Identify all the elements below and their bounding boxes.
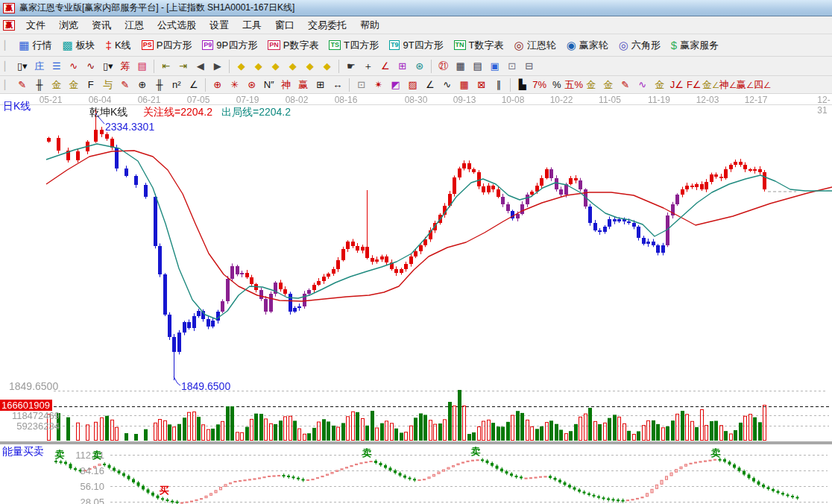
si-angle-icon[interactable]: 四∠: [754, 78, 771, 92]
toolbar-button-winner-wheel[interactable]: ◉赢家轮: [561, 37, 614, 54]
hand-tool-icon[interactable]: ☛: [342, 59, 359, 74]
zoom-out-icon[interactable]: ◆: [284, 59, 301, 74]
percent-five-icon[interactable]: 五%: [565, 78, 582, 92]
gann-web-icon[interactable]: ✳: [226, 78, 243, 92]
parallel-lines-icon[interactable]: ∥: [490, 78, 507, 92]
toolbar-button-winner-service[interactable]: $赢家服务: [666, 37, 724, 54]
toolbar-button-t-square[interactable]: TST四方形: [324, 37, 383, 54]
calendar-icon[interactable]: ㉑: [435, 59, 452, 74]
page-prev-icon[interactable]: ◀: [192, 59, 209, 74]
circle-ruler-icon[interactable]: ⊕: [133, 78, 151, 92]
angle-ruler-icon[interactable]: ∠: [185, 78, 202, 92]
zoom-width-icon[interactable]: ◆: [267, 59, 284, 74]
calculator-icon[interactable]: ▦: [452, 59, 469, 74]
flag-pen-icon[interactable]: ✎: [617, 78, 634, 92]
candle-picker-icon[interactable]: ▯▾: [99, 59, 116, 74]
menu-item-交易委托[interactable]: 交易委托: [301, 17, 353, 33]
toolbar-button-quotes[interactable]: ▦行情: [13, 37, 57, 54]
trend-angle-icon[interactable]: ∠: [421, 78, 438, 92]
gold-circle-icon[interactable]: 金: [582, 78, 599, 92]
f-angle-icon[interactable]: F∠: [685, 78, 702, 92]
menu-item-帮助[interactable]: 帮助: [353, 17, 386, 33]
toolbar-button-9t-square[interactable]: T99T四方形: [384, 37, 449, 54]
skip-first-icon[interactable]: ⇤: [157, 59, 174, 74]
toolbar-grip[interactable]: ▏: [4, 61, 11, 72]
percent-icon[interactable]: %: [548, 78, 565, 92]
toolbar-button-p-number-table[interactable]: PNP数字表: [262, 37, 324, 54]
cycle-tool-icon[interactable]: ⊛: [411, 59, 428, 74]
toolbar-button-kline[interactable]: ‡K线: [101, 37, 136, 54]
kline-style-picker-icon[interactable]: ▯▾: [13, 59, 31, 74]
zoom-left-icon[interactable]: ◆: [233, 59, 250, 74]
n-square-icon[interactable]: n²: [168, 78, 185, 92]
chart-canvas[interactable]: [0, 94, 832, 504]
menu-item-工具[interactable]: 工具: [236, 17, 268, 33]
info-panel-icon[interactable]: ☰: [48, 59, 65, 74]
shen-angle-icon[interactable]: 神∠: [719, 78, 737, 92]
toolbar-button-gann-wheel[interactable]: ◎江恩轮: [509, 37, 561, 54]
wave-3-icon[interactable]: ∿: [65, 59, 82, 74]
menu-item-文件[interactable]: 文件: [19, 17, 52, 33]
angle-measure-icon[interactable]: ∠: [376, 59, 394, 74]
fan-lines-icon[interactable]: ✴: [370, 78, 387, 92]
brush-tool-icon[interactable]: ✎: [13, 78, 31, 92]
chips-tool-icon[interactable]: 筹: [116, 59, 133, 74]
elliott-wave-icon[interactable]: N″: [260, 78, 277, 92]
toolbar-button-sectors[interactable]: ▩板块: [57, 37, 100, 54]
gold-lines-2-icon[interactable]: 金: [651, 78, 668, 92]
fan-box-icon[interactable]: ◩: [387, 78, 404, 92]
menu-item-江恩[interactable]: 江恩: [118, 17, 151, 33]
menu-item-设置[interactable]: 设置: [203, 17, 236, 33]
j-angle-icon[interactable]: J∠: [668, 78, 685, 92]
save-icon[interactable]: ▣: [486, 59, 503, 74]
notes-icon[interactable]: ▤: [469, 59, 486, 74]
zoom-full-icon[interactable]: ◆: [318, 59, 335, 74]
toolbar-grip[interactable]: ▏: [4, 40, 11, 51]
grid-box-icon[interactable]: ▦: [456, 78, 473, 92]
gold-ruler-2-icon[interactable]: 金: [65, 78, 82, 92]
toolbar-button-t-number-table[interactable]: TNT数字表: [449, 37, 509, 54]
net-export-icon[interactable]: ⊡: [503, 59, 520, 74]
gann-web-box-icon[interactable]: ⊛: [243, 78, 260, 92]
ying-angle-icon[interactable]: 赢∠: [737, 78, 754, 92]
menu-item-浏览[interactable]: 浏览: [52, 17, 85, 33]
toolbar-button-hexagon[interactable]: ◎六角形: [614, 37, 666, 54]
five-wave-icon[interactable]: ∿: [634, 78, 651, 92]
gold-lines-icon[interactable]: 金: [599, 78, 617, 92]
distribution-chart-icon[interactable]: ▤: [133, 59, 151, 74]
plain-ruler-icon[interactable]: ╫: [151, 78, 168, 92]
toolbar-button-p-square[interactable]: PSP四方形: [136, 37, 198, 54]
wave-9-icon[interactable]: ∿: [82, 59, 99, 74]
wave-line-icon[interactable]: ∿: [438, 78, 456, 92]
shen-ruler-icon[interactable]: 神: [277, 78, 294, 92]
menu-item-公式选股[interactable]: 公式选股: [151, 17, 203, 33]
vol-profile-icon[interactable]: ▙: [514, 78, 531, 92]
toolbar-grip[interactable]: ▏: [4, 80, 11, 90]
ruler-123-icon[interactable]: ⊞: [312, 78, 329, 92]
hatch-box-icon[interactable]: ▨: [404, 78, 421, 92]
zoom-in-icon[interactable]: ◆: [301, 59, 318, 74]
ying-ruler-icon[interactable]: 赢: [294, 78, 312, 92]
gold-angle-icon[interactable]: 金∠: [702, 78, 719, 92]
print-icon[interactable]: ⊟: [520, 59, 538, 74]
percent-7-icon[interactable]: 7%: [531, 78, 548, 92]
page-next-icon[interactable]: ▶: [209, 59, 226, 74]
time-ruler-icon[interactable]: ╫: [31, 78, 48, 92]
crosshair-tool-icon[interactable]: ＋: [359, 59, 376, 74]
toolbar-button-9p-square[interactable]: P99P四方形: [197, 37, 262, 54]
width-measure-icon[interactable]: ↔: [329, 78, 346, 92]
banker-tool-icon[interactable]: 庄: [31, 59, 48, 74]
menu-item-资讯[interactable]: 资讯: [85, 17, 118, 33]
spiral-ruler-icon[interactable]: 与: [99, 78, 116, 92]
gold-ruler-1-icon[interactable]: 金: [48, 78, 65, 92]
grid-arrow-icon[interactable]: ⊠: [473, 78, 490, 92]
menu-item-窗口[interactable]: 窗口: [268, 17, 301, 33]
zoom-right-icon[interactable]: ◆: [250, 59, 267, 74]
skip-last-icon[interactable]: ⇥: [174, 59, 192, 74]
brush-2-icon[interactable]: ✎: [116, 78, 133, 92]
box-select-icon[interactable]: ⊡: [353, 78, 370, 92]
title-bar[interactable]: 赢 赢家江恩专业版[赢家内部服务平台] - [上证指数 SH1A0001-167…: [0, 0, 832, 16]
gann-compass-icon[interactable]: ⊕: [209, 78, 226, 92]
gann-grid-tool-icon[interactable]: ⊞: [394, 59, 411, 74]
fibo-ruler-icon[interactable]: F: [82, 78, 99, 92]
